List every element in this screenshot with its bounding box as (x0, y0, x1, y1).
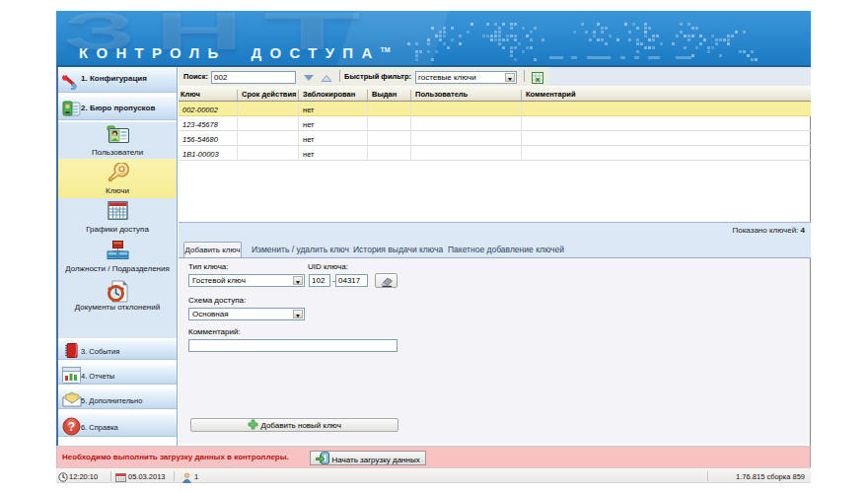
svg-text:?: ? (68, 420, 75, 434)
